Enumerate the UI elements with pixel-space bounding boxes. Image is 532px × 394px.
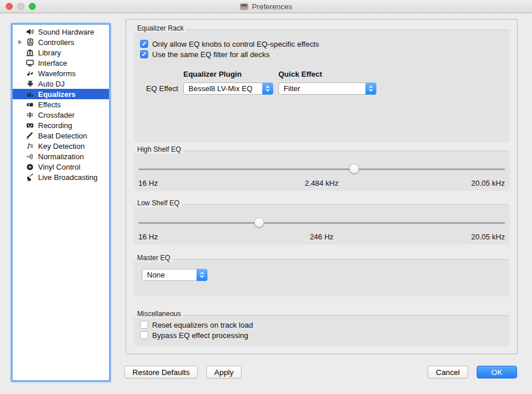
checkbox-label: Use the same EQ filter for all decks — [152, 50, 270, 59]
waveform-icon — [25, 69, 35, 78]
group-title: Equalizer Rack — [135, 24, 186, 32]
sidebar-item-label: Equalizers — [38, 90, 76, 99]
checkbox-same-eq-filter[interactable]: Use the same EQ filter for all decks — [134, 49, 510, 59]
sidebar-item-label: Beat Detection — [38, 132, 87, 140]
group-title: Miscellaneous — [135, 310, 183, 318]
mallet-icon — [25, 132, 35, 140]
sidebar-item-label: Effects — [38, 100, 61, 109]
sidebar-item-controllers[interactable]: Controllers — [13, 37, 109, 47]
low-shelf-eq-slider[interactable] — [138, 217, 505, 228]
sidebar-item-label: Key Detection — [38, 142, 85, 151]
sidebar-item-label: Waveforms — [38, 69, 76, 78]
sidebar-item-label: Sound Hardware — [38, 28, 95, 36]
vinyl-icon — [25, 163, 35, 171]
sidebar-item-beat-detection[interactable]: Beat Detection — [13, 130, 109, 141]
crossfader-icon — [25, 111, 35, 119]
display-icon — [25, 59, 35, 67]
soundwave-icon — [25, 152, 35, 161]
max-frequency-label: 20.05 kHz — [383, 179, 505, 187]
checkbox-label: Bypass EQ effect processing — [152, 331, 248, 340]
library-icon — [25, 48, 35, 57]
current-frequency-label: 246 Hz — [261, 232, 383, 241]
selected-value: Bessel8 LV-Mix EQ — [188, 84, 252, 93]
sidebar-item-key-detection[interactable]: Key Detection — [13, 141, 109, 151]
window-title: Preferences — [252, 2, 292, 11]
checkbox-bypass-eq[interactable]: Bypass EQ effect processing — [134, 330, 510, 340]
checkbox-box[interactable] — [140, 321, 148, 329]
sidebar-item-interface[interactable]: Interface — [13, 58, 109, 68]
sidebar-item-auto-dj[interactable]: Auto DJ — [13, 78, 109, 89]
sidebar-item-crossfader[interactable]: Crossfader — [13, 110, 109, 120]
sidebar-item-label: Normalization — [38, 152, 84, 161]
checkbox-box[interactable] — [140, 50, 148, 58]
min-frequency-label: 16 Hz — [138, 179, 261, 187]
music-note-icon — [25, 142, 35, 151]
sidebar-item-label: Recording — [38, 121, 72, 130]
checkbox-label: Only allow EQ knobs to control EQ-specif… — [152, 40, 319, 48]
selected-value: Filter — [284, 84, 300, 93]
mixer-icon — [240, 2, 248, 11]
plug-icon — [25, 100, 35, 109]
equalizer-plugin-select[interactable]: Bessel8 LV-Mix EQ — [183, 82, 273, 95]
chevron-up-down-icon — [197, 269, 207, 281]
sidebar-item-label: Crossfader — [38, 111, 75, 119]
cancel-button[interactable]: Cancel — [428, 366, 468, 378]
low-shelf-eq-group: Low Shelf EQ 16 Hz 246 Hz 20.05 kHz — [134, 204, 510, 245]
eq-effect-label: EQ Effect — [146, 82, 178, 95]
sidebar-item-live-broadcasting[interactable]: Live Broadcasting — [13, 172, 109, 182]
chevron-up-down-icon — [262, 82, 273, 95]
sidebar-item-label: Library — [38, 48, 61, 57]
master-eq-group: Master EQ None — [134, 259, 510, 297]
restore-defaults-button[interactable]: Restore Defaults — [124, 366, 198, 378]
current-frequency-label: 2.484 kHz — [261, 179, 383, 187]
title-bar: Preferences — [0, 0, 532, 13]
min-frequency-label: 16 Hz — [138, 232, 261, 241]
chevron-up-down-icon — [365, 82, 376, 95]
equalizer-plugin-header: Equalizer Plugin — [183, 70, 273, 78]
equalizer-icon — [25, 90, 35, 99]
checkbox-only-eq-knobs[interactable]: Only allow EQ knobs to control EQ-specif… — [134, 39, 510, 49]
sidebar-item-vinyl-control[interactable]: Vinyl Control — [13, 162, 109, 172]
group-title: High Shelf EQ — [135, 145, 183, 153]
sidebar-item-library[interactable]: Library — [13, 47, 109, 58]
high-shelf-eq-group: High Shelf EQ 16 Hz 2.484 kHz 20.05 kHz — [134, 151, 510, 191]
controller-icon — [25, 38, 35, 47]
sidebar-item-sound-hardware[interactable]: Sound Hardware — [13, 27, 109, 37]
quick-effect-select[interactable]: Filter — [278, 82, 376, 95]
preferences-category-list: Sound Hardware Controllers Library Inter… — [11, 23, 111, 382]
sidebar-item-label: Auto DJ — [38, 80, 65, 88]
equalizers-settings-pane: Equalizer Rack Only allow EQ knobs to co… — [126, 19, 518, 354]
sidebar-item-recording[interactable]: Recording — [13, 120, 109, 130]
group-title: Master EQ — [135, 254, 172, 262]
sidebar-item-effects[interactable]: Effects — [13, 99, 109, 110]
equalizer-rack-group: Equalizer Rack Only allow EQ knobs to co… — [134, 29, 510, 142]
sidebar-item-label: Interface — [38, 59, 67, 67]
slider-track[interactable] — [138, 222, 505, 224]
high-shelf-eq-slider[interactable] — [138, 164, 505, 174]
master-eq-select[interactable]: None — [142, 269, 207, 281]
ok-button[interactable]: OK — [477, 366, 517, 378]
checkbox-box[interactable] — [140, 40, 148, 48]
selected-value: None — [147, 271, 165, 279]
checkbox-label: Reset equalizers on track load — [152, 321, 253, 329]
quick-effect-header: Quick Effect — [278, 70, 376, 78]
sidebar-item-label: Vinyl Control — [38, 163, 80, 171]
checkbox-reset-equalizers[interactable]: Reset equalizers on track load — [134, 320, 510, 330]
sidebar-item-equalizers[interactable]: Equalizers — [13, 89, 109, 99]
group-title: Low Shelf EQ — [135, 199, 182, 207]
slider-track[interactable] — [138, 168, 505, 170]
disclosure-triangle-icon[interactable] — [15, 37, 25, 47]
cassette-icon — [25, 121, 35, 130]
slider-thumb[interactable] — [254, 217, 264, 227]
satellite-icon — [25, 173, 35, 182]
sidebar-item-label: Controllers — [38, 38, 74, 47]
max-frequency-label: 20.05 kHz — [383, 232, 505, 241]
sidebar-item-normalization[interactable]: Normalization — [13, 151, 109, 162]
checkbox-box[interactable] — [140, 331, 148, 339]
sidebar-item-waveforms[interactable]: Waveforms — [13, 68, 109, 78]
sidebar-item-label: Live Broadcasting — [38, 173, 97, 182]
robot-icon — [25, 80, 35, 88]
apply-button[interactable]: Apply — [206, 366, 242, 378]
miscellaneous-group: Miscellaneous Reset equalizers on track … — [134, 315, 510, 346]
slider-thumb[interactable] — [349, 164, 359, 174]
